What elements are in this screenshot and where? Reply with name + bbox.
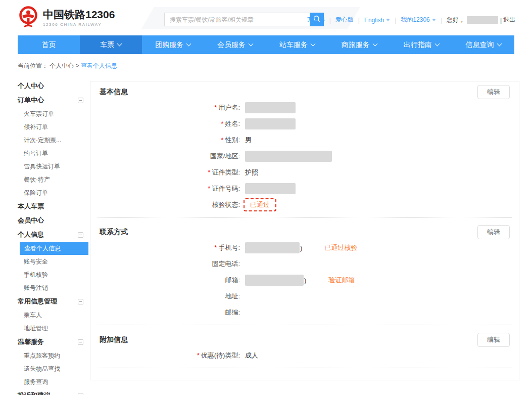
required-marker: * (221, 120, 223, 127)
edit-contact-info-button[interactable]: 编辑 (477, 225, 510, 239)
sidebar-item-phone-verification[interactable]: 手机核验 (18, 268, 84, 281)
field-mobile: *手机号: ) 已通过核验 (90, 240, 519, 256)
breadcrumb-parent[interactable]: 个人中心 (50, 62, 74, 69)
redacted-value (245, 183, 296, 194)
sidebar-item-lost-item-search[interactable]: 遗失物品查找 (18, 362, 84, 375)
sidebar-item-account-security[interactable]: 账号安全 (18, 255, 84, 268)
chevron-down-icon (432, 19, 436, 21)
logo-subtitle: 12306 CHINA RAILWAY (43, 22, 115, 27)
my-12306-dropdown[interactable]: 我的12306 (401, 16, 436, 24)
breadcrumb-prefix: 当前位置： (18, 62, 48, 69)
china-railway-logo-icon (18, 6, 39, 30)
field-value: 成人 (245, 351, 258, 360)
required-marker: * (208, 185, 210, 192)
field-verification-status: 核验状态: 已通过 (90, 197, 519, 213)
required-marker: * (214, 244, 217, 251)
value-suffix: ) (304, 277, 306, 284)
sidebar-item-multi-trip-pass-orders[interactable]: 计次·定期票... (18, 134, 84, 147)
additional-info-section-header: 附加信息 编辑 (90, 329, 519, 347)
username-redacted (467, 16, 498, 24)
sidebar-item-insurance-orders[interactable]: 保险订单 (18, 186, 84, 199)
edit-basic-info-button[interactable]: 编辑 (477, 85, 510, 99)
field-email: 邮箱: ) 验证邮箱 (90, 272, 519, 288)
divider: | (358, 17, 360, 24)
sidebar-item-train-ticket-orders[interactable]: 火车票订单 (18, 107, 84, 120)
sidebar-item-common-info-management[interactable]: 常用信息管理 (18, 294, 84, 309)
logo[interactable]: 中国铁路12306 12306 CHINA RAILWAY (18, 6, 115, 30)
collapse-icon[interactable] (78, 339, 83, 345)
field-landline: 固定电话: (90, 256, 519, 272)
section-divider (98, 325, 512, 325)
required-marker: * (214, 104, 217, 111)
redacted-value (245, 102, 296, 113)
contact-info-rows: *手机号: ) 已通过核验 固定电话: 邮箱: ) 验证邮箱 地址: 邮编: (90, 240, 519, 321)
sidebar-item-complaints-suggestions[interactable]: 投诉和建议 (18, 388, 84, 395)
main-navigation: 首页 车票 团购服务 会员服务 站车服务 商旅服务 出行指南 信息查询 (18, 35, 514, 54)
sidebar-item-my-tickets[interactable]: 本人车票 (18, 199, 84, 213)
nav-item-home[interactable]: 首页 (18, 35, 80, 54)
field-country: 国家/地区: (90, 148, 519, 164)
section-divider (98, 217, 512, 217)
nav-item-business-travel[interactable]: 商旅服务 (328, 35, 390, 54)
contact-info-section-header: 联系方式 编辑 (90, 222, 519, 240)
nav-item-group-services[interactable]: 团购服务 (142, 35, 204, 54)
care-version-link[interactable]: 爱心版 (335, 16, 354, 24)
field-name: *姓名: (90, 116, 519, 132)
sidebar-item-passengers[interactable]: 乘车人 (18, 309, 84, 322)
nav-item-member-services[interactable]: 会员服务 (204, 35, 266, 54)
sidebar-item-orders-center[interactable]: 订单中心 (18, 93, 84, 107)
field-discount-type: *优惠(待)类型: 成人 (90, 347, 519, 364)
field-value: 护照 (245, 168, 258, 177)
sidebar-item-food-specialty[interactable]: 餐饮·特产 (18, 173, 84, 186)
section-title: 附加信息 (100, 335, 128, 344)
sidebar-item-member-center[interactable]: 会员中心 (18, 213, 84, 228)
top-utility-links: 无障碍 | 爱心版 | English | 我的12306 | 您好， | 退出 (307, 16, 515, 24)
nav-item-station-services[interactable]: 站车服务 (266, 35, 328, 54)
chevron-down-icon (186, 41, 191, 47)
required-marker: * (221, 136, 223, 144)
sidebar-item-view-personal-info[interactable]: 查看个人信息 (20, 242, 88, 255)
nav-item-travel-guide[interactable]: 出行指南 (390, 35, 452, 54)
edit-additional-info-button[interactable]: 编辑 (477, 333, 510, 347)
divider: | (441, 17, 442, 24)
accessibility-link[interactable]: 无障碍 (307, 16, 325, 24)
field-address: 地址: (90, 288, 519, 304)
sidebar-item-key-passenger-reservation[interactable]: 重点旅客预约 (18, 349, 84, 362)
sidebar-item-service-query[interactable]: 服务查询 (18, 375, 84, 388)
sidebar-item-personal-center[interactable]: 个人中心 (18, 79, 84, 93)
sidebar-item-waitlist-orders[interactable]: 候补订单 (18, 120, 84, 134)
search-input[interactable] (164, 13, 310, 26)
sidebar-item-warm-services[interactable]: 温馨服务 (18, 335, 84, 349)
collapse-icon[interactable] (78, 299, 83, 304)
chevron-down-icon (117, 41, 122, 47)
collapse-icon[interactable] (78, 98, 83, 103)
sidebar-item-personal-info[interactable]: 个人信息 (18, 228, 84, 242)
mobile-verified-link[interactable]: 已通过核验 (324, 243, 357, 252)
chevron-down-icon (249, 41, 254, 47)
section-title: 基本信息 (100, 87, 128, 97)
verification-status-badge: 已通过 (244, 198, 276, 211)
basic-info-rows: *用户名: *姓名: *性别: 男 国家/地区: *证件类型: 护照 *证件号码… (90, 100, 519, 213)
basic-info-section-header: 基本信息 编辑 (90, 81, 519, 100)
collapse-icon[interactable] (78, 232, 83, 238)
sidebar: 个人中心 订单中心 火车票订单 候补订单 计次·定期票... 约号订单 雪具快运… (18, 79, 84, 395)
chevron-down-icon (434, 41, 440, 47)
nav-item-info-query[interactable]: 信息查询 (452, 35, 514, 54)
additional-info-rows: *优惠(待)类型: 成人 (90, 347, 519, 364)
required-marker: * (197, 352, 200, 359)
logout-link[interactable]: 退出 (503, 16, 515, 24)
language-dropdown[interactable]: English (364, 17, 390, 24)
verify-email-link[interactable]: 验证邮箱 (328, 276, 355, 285)
chevron-down-icon (310, 41, 315, 47)
sidebar-item-appointment-orders[interactable]: 约号订单 (18, 147, 84, 160)
sidebar-item-account-cancellation[interactable]: 账号注销 (18, 281, 84, 294)
chevron-down-icon (372, 41, 377, 47)
sidebar-item-ski-equipment-orders[interactable]: 雪具快运订单 (18, 160, 84, 173)
sidebar-item-address-management[interactable]: 地址管理 (18, 322, 84, 335)
redacted-value (245, 242, 300, 253)
field-value: 男 (245, 136, 252, 145)
nav-item-tickets[interactable]: 车票 (80, 35, 142, 54)
breadcrumb-current[interactable]: 查看个人信息 (81, 62, 117, 69)
chevron-down-icon (386, 19, 390, 21)
collapse-icon[interactable] (78, 393, 83, 395)
